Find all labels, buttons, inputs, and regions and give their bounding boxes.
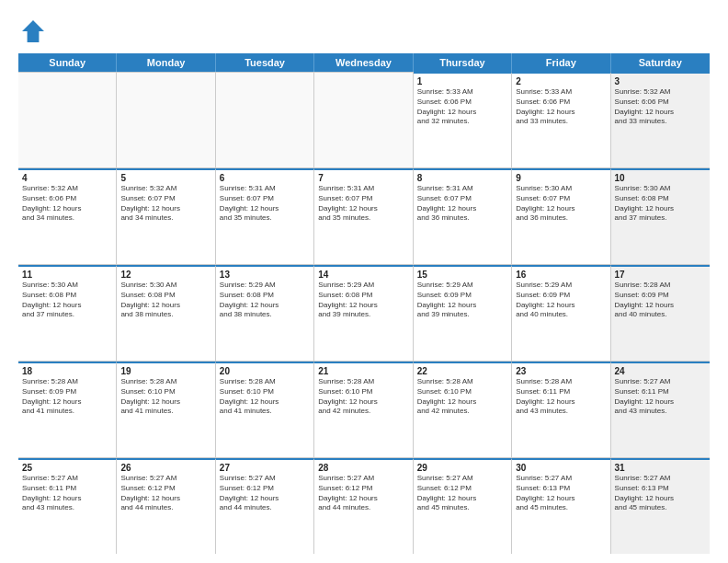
calendar-cell: 7Sunrise: 5:31 AM Sunset: 6:07 PM Daylig… bbox=[314, 168, 413, 264]
day-number: 17 bbox=[615, 270, 706, 280]
cell-info: Sunrise: 5:30 AM Sunset: 6:08 PM Dayligh… bbox=[120, 281, 210, 320]
logo bbox=[18, 17, 51, 46]
calendar-cell: 31Sunrise: 5:27 AM Sunset: 6:13 PM Dayli… bbox=[611, 458, 710, 554]
calendar-cell: 19Sunrise: 5:28 AM Sunset: 6:10 PM Dayli… bbox=[117, 362, 215, 457]
day-number: 5 bbox=[120, 173, 210, 183]
calendar-cell bbox=[314, 72, 413, 167]
calendar-cell: 24Sunrise: 5:27 AM Sunset: 6:11 PM Dayli… bbox=[611, 362, 710, 457]
calendar-row: 11Sunrise: 5:30 AM Sunset: 6:08 PM Dayli… bbox=[18, 265, 710, 362]
day-number: 25 bbox=[22, 463, 112, 473]
day-number: 28 bbox=[318, 463, 408, 473]
calendar-cell: 8Sunrise: 5:31 AM Sunset: 6:07 PM Daylig… bbox=[414, 168, 512, 264]
day-number: 13 bbox=[220, 270, 310, 280]
cell-info: Sunrise: 5:29 AM Sunset: 6:08 PM Dayligh… bbox=[318, 281, 408, 320]
calendar-cell: 18Sunrise: 5:28 AM Sunset: 6:09 PM Dayli… bbox=[18, 362, 117, 457]
cell-info: Sunrise: 5:27 AM Sunset: 6:11 PM Dayligh… bbox=[22, 474, 112, 513]
calendar-cell: 20Sunrise: 5:28 AM Sunset: 6:10 PM Dayli… bbox=[216, 362, 314, 457]
day-number: 29 bbox=[417, 463, 507, 473]
day-number: 12 bbox=[120, 270, 210, 280]
header bbox=[18, 17, 710, 46]
cell-info: Sunrise: 5:30 AM Sunset: 6:07 PM Dayligh… bbox=[516, 184, 606, 224]
day-number: 1 bbox=[417, 76, 507, 86]
calendar-row: 1Sunrise: 5:33 AM Sunset: 6:06 PM Daylig… bbox=[18, 72, 710, 168]
day-number: 4 bbox=[22, 173, 112, 183]
cell-info: Sunrise: 5:27 AM Sunset: 6:11 PM Dayligh… bbox=[615, 377, 706, 417]
day-number: 14 bbox=[318, 270, 408, 280]
calendar-cell: 4Sunrise: 5:32 AM Sunset: 6:06 PM Daylig… bbox=[18, 168, 117, 264]
day-number: 19 bbox=[120, 366, 210, 376]
day-number: 18 bbox=[22, 366, 112, 376]
calendar-body: 1Sunrise: 5:33 AM Sunset: 6:06 PM Daylig… bbox=[18, 72, 710, 554]
calendar-cell: 25Sunrise: 5:27 AM Sunset: 6:11 PM Dayli… bbox=[18, 458, 117, 554]
calendar-cell: 3Sunrise: 5:32 AM Sunset: 6:06 PM Daylig… bbox=[611, 72, 710, 167]
calendar-cell: 13Sunrise: 5:29 AM Sunset: 6:08 PM Dayli… bbox=[216, 265, 314, 361]
calendar-cell: 6Sunrise: 5:31 AM Sunset: 6:07 PM Daylig… bbox=[216, 168, 314, 264]
cell-info: Sunrise: 5:32 AM Sunset: 6:06 PM Dayligh… bbox=[22, 184, 112, 224]
day-number: 8 bbox=[417, 173, 507, 183]
weekday-header: Friday bbox=[512, 53, 610, 72]
calendar-row: 4Sunrise: 5:32 AM Sunset: 6:06 PM Daylig… bbox=[18, 168, 710, 265]
day-number: 15 bbox=[417, 270, 507, 280]
day-number: 10 bbox=[615, 173, 706, 183]
cell-info: Sunrise: 5:28 AM Sunset: 6:09 PM Dayligh… bbox=[22, 377, 112, 417]
calendar-cell: 30Sunrise: 5:27 AM Sunset: 6:13 PM Dayli… bbox=[512, 458, 610, 554]
cell-info: Sunrise: 5:31 AM Sunset: 6:07 PM Dayligh… bbox=[220, 184, 310, 224]
calendar-cell: 15Sunrise: 5:29 AM Sunset: 6:09 PM Dayli… bbox=[414, 265, 512, 361]
calendar-row: 25Sunrise: 5:27 AM Sunset: 6:11 PM Dayli… bbox=[18, 458, 710, 554]
calendar-cell: 27Sunrise: 5:27 AM Sunset: 6:12 PM Dayli… bbox=[216, 458, 314, 554]
cell-info: Sunrise: 5:27 AM Sunset: 6:12 PM Dayligh… bbox=[417, 474, 507, 513]
calendar-cell: 1Sunrise: 5:33 AM Sunset: 6:06 PM Daylig… bbox=[414, 72, 512, 167]
day-number: 24 bbox=[615, 366, 706, 376]
cell-info: Sunrise: 5:27 AM Sunset: 6:12 PM Dayligh… bbox=[318, 474, 408, 513]
svg-marker-0 bbox=[22, 20, 44, 42]
logo-icon bbox=[18, 17, 48, 46]
calendar-cell: 29Sunrise: 5:27 AM Sunset: 6:12 PM Dayli… bbox=[414, 458, 512, 554]
day-number: 27 bbox=[220, 463, 310, 473]
calendar-cell: 22Sunrise: 5:28 AM Sunset: 6:10 PM Dayli… bbox=[414, 362, 512, 457]
calendar-cell: 2Sunrise: 5:33 AM Sunset: 6:06 PM Daylig… bbox=[512, 72, 610, 167]
day-number: 31 bbox=[615, 463, 706, 473]
weekday-header: Monday bbox=[117, 53, 215, 72]
calendar-cell: 26Sunrise: 5:27 AM Sunset: 6:12 PM Dayli… bbox=[117, 458, 215, 554]
cell-info: Sunrise: 5:29 AM Sunset: 6:09 PM Dayligh… bbox=[516, 281, 606, 320]
calendar-cell bbox=[216, 72, 314, 167]
calendar-cell: 5Sunrise: 5:32 AM Sunset: 6:07 PM Daylig… bbox=[117, 168, 215, 264]
calendar-cell: 10Sunrise: 5:30 AM Sunset: 6:08 PM Dayli… bbox=[611, 168, 710, 264]
day-number: 20 bbox=[220, 366, 310, 376]
day-number: 6 bbox=[220, 173, 310, 183]
calendar-header: SundayMondayTuesdayWednesdayThursdayFrid… bbox=[18, 53, 710, 72]
cell-info: Sunrise: 5:31 AM Sunset: 6:07 PM Dayligh… bbox=[318, 184, 408, 224]
weekday-header: Saturday bbox=[611, 53, 710, 72]
day-number: 16 bbox=[516, 270, 606, 280]
cell-info: Sunrise: 5:32 AM Sunset: 6:06 PM Dayligh… bbox=[615, 87, 706, 127]
day-number: 23 bbox=[516, 366, 606, 376]
calendar-cell bbox=[18, 72, 117, 167]
calendar-cell: 12Sunrise: 5:30 AM Sunset: 6:08 PM Dayli… bbox=[117, 265, 215, 361]
cell-info: Sunrise: 5:32 AM Sunset: 6:07 PM Dayligh… bbox=[120, 184, 210, 224]
calendar-cell: 9Sunrise: 5:30 AM Sunset: 6:07 PM Daylig… bbox=[512, 168, 610, 264]
calendar: SundayMondayTuesdayWednesdayThursdayFrid… bbox=[18, 53, 710, 554]
cell-info: Sunrise: 5:28 AM Sunset: 6:09 PM Dayligh… bbox=[615, 281, 706, 320]
day-number: 26 bbox=[120, 463, 210, 473]
cell-info: Sunrise: 5:29 AM Sunset: 6:08 PM Dayligh… bbox=[220, 281, 310, 320]
cell-info: Sunrise: 5:28 AM Sunset: 6:10 PM Dayligh… bbox=[220, 377, 310, 417]
day-number: 2 bbox=[516, 76, 606, 86]
day-number: 30 bbox=[516, 463, 606, 473]
weekday-header: Wednesday bbox=[314, 53, 413, 72]
cell-info: Sunrise: 5:28 AM Sunset: 6:10 PM Dayligh… bbox=[417, 377, 507, 417]
cell-info: Sunrise: 5:30 AM Sunset: 6:08 PM Dayligh… bbox=[22, 281, 112, 320]
day-number: 7 bbox=[318, 173, 408, 183]
calendar-cell: 14Sunrise: 5:29 AM Sunset: 6:08 PM Dayli… bbox=[314, 265, 413, 361]
weekday-header: Sunday bbox=[18, 53, 117, 72]
cell-info: Sunrise: 5:33 AM Sunset: 6:06 PM Dayligh… bbox=[516, 87, 606, 127]
day-number: 3 bbox=[615, 76, 706, 86]
cell-info: Sunrise: 5:30 AM Sunset: 6:08 PM Dayligh… bbox=[615, 184, 706, 224]
cell-info: Sunrise: 5:27 AM Sunset: 6:13 PM Dayligh… bbox=[615, 474, 706, 513]
day-number: 11 bbox=[22, 270, 112, 280]
cell-info: Sunrise: 5:28 AM Sunset: 6:10 PM Dayligh… bbox=[318, 377, 408, 417]
day-number: 22 bbox=[417, 366, 507, 376]
cell-info: Sunrise: 5:27 AM Sunset: 6:12 PM Dayligh… bbox=[120, 474, 210, 513]
calendar-row: 18Sunrise: 5:28 AM Sunset: 6:09 PM Dayli… bbox=[18, 362, 710, 458]
calendar-cell bbox=[117, 72, 215, 167]
calendar-cell: 16Sunrise: 5:29 AM Sunset: 6:09 PM Dayli… bbox=[512, 265, 610, 361]
